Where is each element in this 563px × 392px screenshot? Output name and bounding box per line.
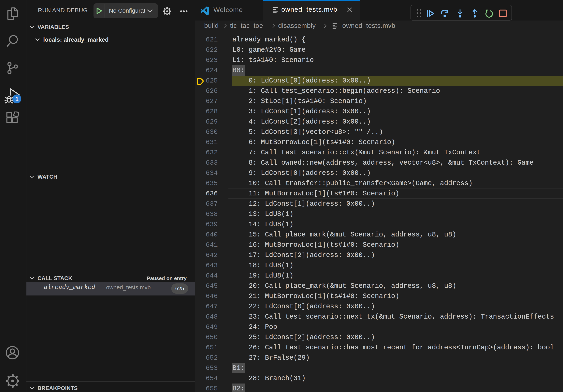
svg-text:1: 1 [15,96,19,102]
